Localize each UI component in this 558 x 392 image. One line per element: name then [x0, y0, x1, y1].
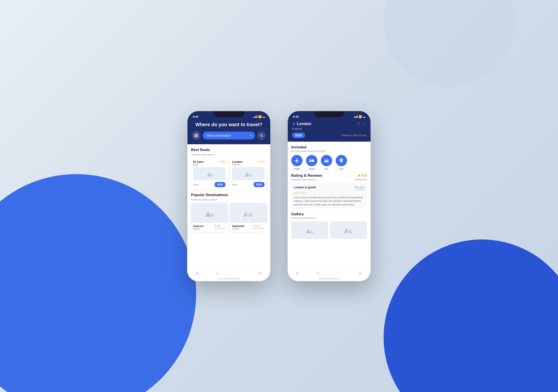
phone1-content: Best Deals Sorted by lower price ▾ El Ca… [187, 144, 270, 267]
popular-location-santorini: Greece [232, 228, 244, 230]
reviews-count: 429 Reviews [355, 178, 367, 181]
select-destination-button[interactable]: Select Destination ▾ [203, 132, 255, 139]
included-hotel[interactable]: Hotel [306, 155, 317, 170]
heart-icon-detail[interactable]: ♡ [357, 122, 360, 126]
battery-icon: ▬ [263, 115, 265, 118]
more-options-icon[interactable]: ⋮ [363, 122, 366, 126]
car-label: Car [324, 167, 329, 170]
more-button[interactable]: More [193, 183, 199, 186]
star-icon: ★ [253, 225, 255, 227]
popular-sort: Sorted by higher rating ▾ [191, 198, 267, 201]
wifi-icon2: 📶 [358, 115, 362, 118]
back-button[interactable]: London [292, 122, 311, 126]
deal-footer-london: More $330 [232, 182, 265, 187]
deal-name: El Cairo [193, 160, 204, 163]
gallery-item-1[interactable] [291, 221, 328, 239]
phone2-nav: London ♡ ⋮ [292, 122, 366, 126]
compass-icon: ◎ [216, 271, 219, 276]
star4: ★ [302, 192, 304, 194]
nav-actions: ♡ ⋮ [357, 122, 366, 126]
star-icon: ★ [259, 160, 261, 163]
reviews-sort-row: Sorted by recent reviews ▾ 429 Reviews [291, 178, 367, 181]
reviews-title: Rating & Reviews [291, 174, 322, 178]
battery-icon2: ▬ [363, 115, 365, 118]
svg-rect-3 [197, 136, 198, 137]
select-destination-label: Select Destination [206, 134, 231, 137]
popular-card-header-santorini: Santorini Greece ★ 4.7 663 Reviews [232, 225, 265, 230]
gallery-item-2[interactable] [330, 221, 367, 239]
star5: ★ [304, 192, 306, 194]
bg-blob-left [0, 174, 196, 392]
nav-explore[interactable]: ◎ [216, 271, 219, 276]
filter-button[interactable] [192, 131, 201, 140]
search-button[interactable] [257, 131, 266, 140]
price-button[interactable]: $260 [215, 182, 226, 187]
star-icon-reviews: ★ [357, 173, 361, 178]
nav-explore2[interactable]: ◎ [316, 271, 320, 276]
review-date: 12/08/18 [354, 188, 365, 191]
svg-line-5 [262, 136, 263, 137]
home-indicator [218, 278, 240, 279]
phone2-status-icons: 📶 ▬ [354, 115, 365, 118]
included-car[interactable]: Car [321, 155, 332, 170]
review-title: London is great! [294, 186, 316, 189]
deal-card-header-london: London England ★ 4.6 [232, 160, 265, 166]
popular-card-cancun[interactable]: Cancun Mexico ★ 4.8 848 Reviews [191, 203, 228, 232]
nav-settings[interactable]: ⚙ [258, 271, 262, 276]
gallery-section: Gallery Sorted by recent photos ▾ [291, 212, 367, 239]
phone1: 9:45 📶 ▬ Where do you want to travel? [187, 111, 270, 281]
popular-reviews-cancun: 848 Reviews [214, 227, 226, 229]
popular-name-cancun: Cancun [193, 225, 204, 228]
price-button-london[interactable]: $330 [253, 182, 265, 187]
phone2-header: London ♡ ⋮ England $330 Expires in: 58 h… [288, 120, 371, 142]
more-button-london[interactable]: More [232, 183, 238, 186]
deal-card-elcairo[interactable]: El Cairo Egypt ★ 4.3 [191, 158, 228, 189]
reviews-overall-rating: ★ 4.6 [357, 173, 367, 178]
chevron-down-icon: ▾ [250, 134, 252, 137]
phone2-time: 9:45 [293, 115, 299, 118]
deal-location-london: England [232, 163, 243, 166]
star-icon: ★ [220, 160, 222, 163]
review-text: Lorem Ipsum is simply dummy text of the … [294, 196, 365, 207]
deal-rating: ★ 4.3 [220, 160, 226, 163]
included-flight[interactable]: Flight [291, 155, 303, 170]
reviewer-name: John Doe [354, 186, 365, 188]
settings-icon: ⚙ [258, 271, 262, 276]
deal-image-london [232, 167, 265, 180]
included-tour[interactable]: Tour [336, 155, 347, 170]
popular-location-cancun: Mexico [193, 228, 204, 230]
popular-card-santorini[interactable]: Santorini Greece ★ 4.7 663 Reviews [230, 203, 267, 232]
nav-home2[interactable]: ⌂ [296, 271, 299, 276]
sort-chevron-icon3: ▾ [316, 178, 317, 181]
deal-card-london[interactable]: London England ★ 4.6 [230, 158, 267, 189]
star3: ★ [299, 192, 301, 194]
hotel-label: Hotel [309, 167, 314, 170]
settings-icon2: ⚙ [358, 271, 362, 276]
hotel-icon-circle [306, 155, 317, 166]
tour-icon-circle [336, 155, 347, 166]
nav-favorites[interactable]: ♡ [237, 271, 241, 276]
price-row: $330 Expires in: 58 h 23 min [292, 132, 366, 138]
star-icon: ★ [214, 225, 217, 227]
city-name-nav: London [297, 122, 311, 126]
reviews-sort: Sorted by recent reviews ▾ [291, 178, 317, 181]
nav-settings2[interactable]: ⚙ [358, 271, 362, 276]
gallery-sort: Sorted by recent photos ▾ [291, 217, 367, 219]
best-deals-header: Best Deals [191, 148, 267, 152]
popular-rating-santorini: ★ 4.7 [253, 225, 265, 227]
popular-card-info-cancun: Cancun Mexico ★ 4.8 848 Reviews [191, 223, 228, 232]
nav-favorites2[interactable]: ♡ [337, 271, 341, 276]
phone1-notch [214, 111, 244, 117]
svg-point-4 [261, 134, 262, 136]
nav-home[interactable]: ⌂ [196, 271, 199, 276]
popular-destinations-section: Popular Destinations Sorted by higher ra… [191, 193, 267, 232]
home-icon: ⌂ [196, 271, 199, 276]
svg-rect-1 [197, 134, 198, 135]
deal-name-london: London [232, 160, 243, 163]
gallery-grid [291, 221, 367, 239]
phone1-time: 9:45 [193, 115, 198, 118]
popular-card-info-santorini: Santorini Greece ★ 4.7 663 Reviews [230, 223, 267, 232]
popular-header: Popular Destinations [191, 193, 267, 197]
price-badge: $330 [292, 132, 305, 138]
deals-grid: El Cairo Egypt ★ 4.3 [191, 158, 267, 189]
